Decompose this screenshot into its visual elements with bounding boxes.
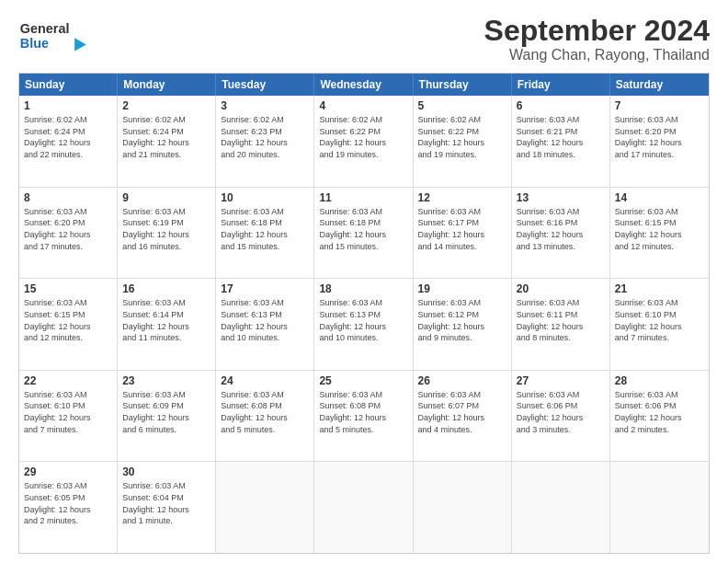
day-number: 4 xyxy=(319,99,407,112)
header-wednesday: Wednesday xyxy=(314,74,413,96)
table-row: 13Sunrise: 6:03 AM Sunset: 6:16 PM Dayli… xyxy=(512,188,610,279)
calendar-row-4: 22Sunrise: 6:03 AM Sunset: 6:10 PM Dayli… xyxy=(19,371,709,463)
header-saturday: Saturday xyxy=(610,74,709,96)
day-info: Sunrise: 6:03 AM Sunset: 6:14 PM Dayligh… xyxy=(122,297,210,343)
day-info: Sunrise: 6:03 AM Sunset: 6:10 PM Dayligh… xyxy=(24,389,112,435)
day-number: 2 xyxy=(122,99,210,112)
day-info: Sunrise: 6:03 AM Sunset: 6:19 PM Dayligh… xyxy=(122,206,210,252)
day-info: Sunrise: 6:03 AM Sunset: 6:05 PM Dayligh… xyxy=(24,480,112,526)
table-row: 12Sunrise: 6:03 AM Sunset: 6:17 PM Dayli… xyxy=(414,188,512,279)
day-info: Sunrise: 6:03 AM Sunset: 6:06 PM Dayligh… xyxy=(517,389,605,435)
table-row: 10Sunrise: 6:03 AM Sunset: 6:18 PM Dayli… xyxy=(216,188,314,279)
table-row: 15Sunrise: 6:03 AM Sunset: 6:15 PM Dayli… xyxy=(19,279,118,370)
day-number: 9 xyxy=(122,191,210,204)
table-row: 7Sunrise: 6:03 AM Sunset: 6:20 PM Daylig… xyxy=(610,96,709,187)
day-number: 7 xyxy=(615,99,704,112)
day-info: Sunrise: 6:03 AM Sunset: 6:08 PM Dayligh… xyxy=(319,389,407,435)
table-row: 14Sunrise: 6:03 AM Sunset: 6:15 PM Dayli… xyxy=(610,188,709,279)
day-number: 24 xyxy=(221,374,309,387)
day-number: 13 xyxy=(517,191,605,204)
table-row: 19Sunrise: 6:03 AM Sunset: 6:12 PM Dayli… xyxy=(414,279,512,370)
table-row: 6Sunrise: 6:03 AM Sunset: 6:21 PM Daylig… xyxy=(512,96,610,187)
table-row xyxy=(512,462,610,553)
day-info: Sunrise: 6:03 AM Sunset: 6:17 PM Dayligh… xyxy=(418,206,506,252)
table-row: 3Sunrise: 6:02 AM Sunset: 6:23 PM Daylig… xyxy=(216,96,314,187)
day-number: 15 xyxy=(24,282,112,295)
day-info: Sunrise: 6:03 AM Sunset: 6:15 PM Dayligh… xyxy=(24,297,112,343)
calendar-row-1: 1Sunrise: 6:02 AM Sunset: 6:24 PM Daylig… xyxy=(19,96,709,188)
day-info: Sunrise: 6:03 AM Sunset: 6:18 PM Dayligh… xyxy=(221,206,309,252)
day-info: Sunrise: 6:03 AM Sunset: 6:07 PM Dayligh… xyxy=(418,389,506,435)
table-row xyxy=(610,462,709,553)
day-number: 14 xyxy=(615,191,704,204)
day-number: 5 xyxy=(418,99,506,112)
table-row: 8Sunrise: 6:03 AM Sunset: 6:20 PM Daylig… xyxy=(19,188,118,279)
day-number: 6 xyxy=(517,99,605,112)
day-info: Sunrise: 6:03 AM Sunset: 6:06 PM Dayligh… xyxy=(615,389,704,435)
table-row: 30Sunrise: 6:03 AM Sunset: 6:04 PM Dayli… xyxy=(118,462,216,553)
table-row: 1Sunrise: 6:02 AM Sunset: 6:24 PM Daylig… xyxy=(19,96,118,187)
table-row: 18Sunrise: 6:03 AM Sunset: 6:13 PM Dayli… xyxy=(314,279,413,370)
day-number: 8 xyxy=(24,191,112,204)
table-row: 20Sunrise: 6:03 AM Sunset: 6:11 PM Dayli… xyxy=(512,279,610,370)
table-row: 9Sunrise: 6:03 AM Sunset: 6:19 PM Daylig… xyxy=(118,188,216,279)
table-row xyxy=(314,462,413,553)
day-info: Sunrise: 6:03 AM Sunset: 6:16 PM Dayligh… xyxy=(517,206,605,252)
header-friday: Friday xyxy=(512,74,610,96)
day-info: Sunrise: 6:02 AM Sunset: 6:23 PM Dayligh… xyxy=(221,114,309,160)
table-row: 5Sunrise: 6:02 AM Sunset: 6:22 PM Daylig… xyxy=(414,96,512,187)
header: General Blue September 2024 Wang Chan, R… xyxy=(18,15,710,63)
table-row: 21Sunrise: 6:03 AM Sunset: 6:10 PM Dayli… xyxy=(610,279,709,370)
svg-marker-2 xyxy=(74,38,86,51)
header-monday: Monday xyxy=(118,74,216,96)
page: General Blue September 2024 Wang Chan, R… xyxy=(0,0,728,563)
day-info: Sunrise: 6:03 AM Sunset: 6:04 PM Dayligh… xyxy=(122,480,210,526)
day-info: Sunrise: 6:02 AM Sunset: 6:22 PM Dayligh… xyxy=(319,114,407,160)
table-row: 26Sunrise: 6:03 AM Sunset: 6:07 PM Dayli… xyxy=(414,371,512,462)
day-number: 22 xyxy=(24,374,112,387)
day-number: 3 xyxy=(221,99,309,112)
day-number: 21 xyxy=(615,282,704,295)
table-row: 27Sunrise: 6:03 AM Sunset: 6:06 PM Dayli… xyxy=(512,371,610,462)
svg-text:General: General xyxy=(20,21,70,36)
header-sunday: Sunday xyxy=(19,74,118,96)
day-number: 29 xyxy=(24,465,112,478)
day-number: 30 xyxy=(122,465,210,478)
day-number: 16 xyxy=(122,282,210,295)
table-row: 29Sunrise: 6:03 AM Sunset: 6:05 PM Dayli… xyxy=(19,462,118,553)
table-row: 17Sunrise: 6:03 AM Sunset: 6:13 PM Dayli… xyxy=(216,279,314,370)
day-info: Sunrise: 6:03 AM Sunset: 6:21 PM Dayligh… xyxy=(517,114,605,160)
day-number: 28 xyxy=(615,374,704,387)
page-subtitle: Wang Chan, Rayong, Thailand xyxy=(484,47,710,63)
table-row: 25Sunrise: 6:03 AM Sunset: 6:08 PM Dayli… xyxy=(314,371,413,462)
table-row: 22Sunrise: 6:03 AM Sunset: 6:10 PM Dayli… xyxy=(19,371,118,462)
calendar-row-5: 29Sunrise: 6:03 AM Sunset: 6:05 PM Dayli… xyxy=(19,462,709,553)
day-info: Sunrise: 6:03 AM Sunset: 6:11 PM Dayligh… xyxy=(517,297,605,343)
day-number: 26 xyxy=(418,374,506,387)
calendar: Sunday Monday Tuesday Wednesday Thursday… xyxy=(18,73,710,554)
day-info: Sunrise: 6:03 AM Sunset: 6:20 PM Dayligh… xyxy=(24,206,112,252)
day-info: Sunrise: 6:02 AM Sunset: 6:24 PM Dayligh… xyxy=(24,114,112,160)
table-row: 23Sunrise: 6:03 AM Sunset: 6:09 PM Dayli… xyxy=(118,371,216,462)
day-number: 19 xyxy=(418,282,506,295)
day-number: 23 xyxy=(122,374,210,387)
calendar-header: Sunday Monday Tuesday Wednesday Thursday… xyxy=(19,74,709,96)
header-thursday: Thursday xyxy=(414,74,512,96)
day-info: Sunrise: 6:03 AM Sunset: 6:10 PM Dayligh… xyxy=(615,297,704,343)
table-row: 4Sunrise: 6:02 AM Sunset: 6:22 PM Daylig… xyxy=(314,96,413,187)
day-info: Sunrise: 6:03 AM Sunset: 6:09 PM Dayligh… xyxy=(122,389,210,435)
logo: General Blue xyxy=(18,15,101,56)
calendar-body: 1Sunrise: 6:02 AM Sunset: 6:24 PM Daylig… xyxy=(19,96,709,553)
day-info: Sunrise: 6:03 AM Sunset: 6:20 PM Dayligh… xyxy=(615,114,704,160)
title-block: September 2024 Wang Chan, Rayong, Thaila… xyxy=(484,15,710,63)
svg-text:Blue: Blue xyxy=(20,36,49,51)
calendar-row-2: 8Sunrise: 6:03 AM Sunset: 6:20 PM Daylig… xyxy=(19,188,709,280)
table-row: 2Sunrise: 6:02 AM Sunset: 6:24 PM Daylig… xyxy=(118,96,216,187)
table-row: 28Sunrise: 6:03 AM Sunset: 6:06 PM Dayli… xyxy=(610,371,709,462)
table-row xyxy=(216,462,314,553)
day-number: 20 xyxy=(517,282,605,295)
day-number: 12 xyxy=(418,191,506,204)
logo-svg: General Blue xyxy=(18,15,101,56)
day-info: Sunrise: 6:03 AM Sunset: 6:12 PM Dayligh… xyxy=(418,297,506,343)
calendar-row-3: 15Sunrise: 6:03 AM Sunset: 6:15 PM Dayli… xyxy=(19,279,709,371)
